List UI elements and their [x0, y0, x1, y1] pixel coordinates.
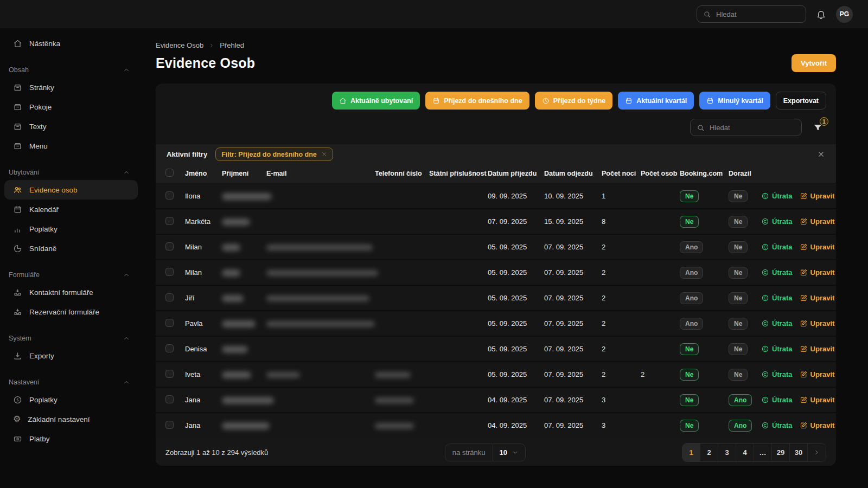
toolbar-button[interactable]: Příjezd do dnešního dne: [425, 92, 529, 110]
sidebar-section[interactable]: Formuláře: [9, 271, 130, 279]
row-checkbox[interactable]: [165, 344, 174, 352]
row-checkbox[interactable]: [165, 293, 174, 301]
page-button[interactable]: 2: [700, 444, 718, 461]
row-checkbox[interactable]: [165, 421, 174, 429]
sidebar-item[interactable]: Rezervační formuláře: [4, 302, 138, 322]
filter-funnel-icon[interactable]: 1: [813, 123, 823, 133]
create-button[interactable]: Vytvořit: [792, 54, 836, 72]
sidebar-item[interactable]: Menu: [4, 136, 138, 156]
column-header[interactable]: E-mail: [266, 170, 375, 177]
clear-filters-icon[interactable]: [817, 150, 825, 158]
expense-action[interactable]: Útrata: [761, 319, 793, 328]
edit-action[interactable]: Upravit: [800, 421, 835, 429]
expense-action[interactable]: Útrata: [761, 268, 793, 277]
row-checkbox[interactable]: [165, 242, 174, 251]
expense-action[interactable]: Útrata: [761, 396, 793, 404]
sidebar-item[interactable]: Texty: [4, 117, 138, 136]
sidebar-item[interactable]: $Poplatky: [4, 390, 138, 409]
table-row[interactable]: Ilona 09. 09. 2025 10. 09. 2025 1 Ne Ne …: [156, 184, 836, 208]
table-row[interactable]: Jana 04. 09. 2025 07. 09. 2025 3 Ne Ano …: [156, 388, 836, 412]
sidebar-item[interactable]: Platby: [4, 429, 138, 448]
row-checkbox[interactable]: [165, 268, 174, 276]
avatar[interactable]: PG: [836, 6, 853, 23]
toolbar-button[interactable]: Příjezd do týdne: [535, 92, 613, 110]
table-row[interactable]: Jana 04. 09. 2025 07. 09. 2025 3 Ne Ano …: [156, 413, 836, 438]
sidebar-section[interactable]: Nastavení: [9, 378, 130, 386]
select-all-checkbox[interactable]: [165, 169, 174, 177]
next-page-button[interactable]: [808, 444, 826, 461]
row-checkbox[interactable]: [165, 191, 174, 200]
edit-action[interactable]: Upravit: [800, 192, 835, 200]
close-icon[interactable]: [321, 151, 327, 157]
page-button[interactable]: 1: [682, 444, 700, 461]
table-search[interactable]: [690, 119, 802, 136]
sidebar-item[interactable]: Stránky: [4, 78, 138, 97]
edit-action[interactable]: Upravit: [800, 345, 835, 353]
filter-chip[interactable]: Filtr: Příjezd do dnešního dne: [215, 147, 333, 161]
global-search[interactable]: [697, 5, 806, 23]
column-header[interactable]: Telefonní číslo: [375, 170, 429, 177]
page-button[interactable]: 4: [736, 444, 754, 461]
page-button[interactable]: …: [754, 444, 772, 461]
table-row[interactable]: Milan 05. 09. 2025 07. 09. 2025 2 Ano Ne…: [156, 260, 836, 285]
table-row[interactable]: Markéta 07. 09. 2025 15. 09. 2025 8 Ne N…: [156, 209, 836, 234]
expense-action[interactable]: Útrata: [761, 217, 793, 226]
sidebar-item[interactable]: Poplatky: [4, 219, 138, 239]
column-header[interactable]: Datum odjezdu: [544, 170, 602, 177]
toolbar-button[interactable]: Exportovat: [776, 92, 826, 110]
edit-action[interactable]: Upravit: [800, 396, 835, 404]
breadcrumb-root[interactable]: Evidence Osob: [156, 41, 203, 49]
page-button[interactable]: 29: [772, 444, 790, 461]
expense-action[interactable]: Útrata: [761, 243, 793, 251]
expense-action[interactable]: Útrata: [761, 294, 793, 302]
table-row[interactable]: Iveta 05. 09. 2025 07. 09. 2025 2 2 Ne N…: [156, 362, 836, 387]
global-search-input[interactable]: [716, 10, 812, 18]
row-checkbox[interactable]: [165, 217, 174, 225]
row-checkbox[interactable]: [165, 319, 174, 327]
table-search-input[interactable]: [710, 124, 795, 132]
sidebar-item[interactable]: Nástěnka: [4, 34, 138, 53]
page-button[interactable]: 30: [790, 444, 808, 461]
column-header[interactable]: Dorazil: [729, 170, 761, 177]
sidebar-section[interactable]: Obsah: [9, 66, 130, 74]
table-row[interactable]: Jiří 05. 09. 2025 07. 09. 2025 2 Ano Ne …: [156, 286, 836, 310]
table-row[interactable]: Denisa 05. 09. 2025 07. 09. 2025 2 Ne Ne…: [156, 337, 836, 361]
expense-action[interactable]: Útrata: [761, 345, 793, 353]
page-button[interactable]: 3: [718, 444, 736, 461]
per-page-select[interactable]: na stránku 10: [445, 444, 526, 461]
sidebar-item[interactable]: Snídaně: [4, 239, 138, 258]
expense-action[interactable]: Útrata: [761, 370, 793, 378]
sidebar-section[interactable]: Ubytování: [9, 169, 130, 176]
column-header[interactable]: Státní příslušnost: [429, 170, 488, 177]
sidebar-item[interactable]: Evidence osob: [4, 180, 138, 200]
cell-departure-date: 07. 09. 2025: [544, 319, 602, 328]
sidebar-item[interactable]: Kontaktní formuláře: [4, 282, 138, 302]
notifications-bell-icon[interactable]: [816, 9, 826, 20]
column-header[interactable]: Počet nocí: [602, 170, 641, 177]
sidebar-item[interactable]: Kalendář: [4, 200, 138, 219]
edit-action[interactable]: Upravit: [800, 217, 835, 226]
edit-action[interactable]: Upravit: [800, 243, 835, 251]
toolbar-button[interactable]: Aktuálně ubytovaní: [332, 92, 420, 110]
expense-action[interactable]: Útrata: [761, 192, 793, 200]
column-header[interactable]: Booking.com: [680, 170, 729, 177]
column-header[interactable]: Počet osob: [641, 170, 680, 177]
edit-action[interactable]: Upravit: [800, 294, 835, 302]
sidebar-item[interactable]: ⚙Základní nastavení: [4, 409, 138, 429]
toolbar-button[interactable]: Minulý kvartál: [699, 92, 770, 110]
sidebar-section[interactable]: Systém: [9, 335, 130, 342]
toolbar-button[interactable]: Aktuální kvartál: [618, 92, 694, 110]
sidebar-item[interactable]: Exporty: [4, 346, 138, 365]
edit-action[interactable]: Upravit: [800, 268, 835, 277]
expense-action[interactable]: Útrata: [761, 421, 793, 429]
edit-action[interactable]: Upravit: [800, 370, 835, 378]
table-row[interactable]: Milan 05. 09. 2025 07. 09. 2025 2 Ano Ne…: [156, 235, 836, 259]
sidebar-item[interactable]: Pokoje: [4, 97, 138, 117]
column-header[interactable]: Datum příjezdu: [488, 170, 544, 177]
column-header[interactable]: Příjmení: [222, 170, 266, 177]
row-checkbox[interactable]: [165, 370, 174, 378]
table-row[interactable]: Pavla 05. 09. 2025 07. 09. 2025 2 Ano Ne…: [156, 311, 836, 336]
column-header[interactable]: Jméno: [185, 170, 222, 177]
row-checkbox[interactable]: [165, 395, 174, 403]
edit-action[interactable]: Upravit: [800, 319, 835, 328]
